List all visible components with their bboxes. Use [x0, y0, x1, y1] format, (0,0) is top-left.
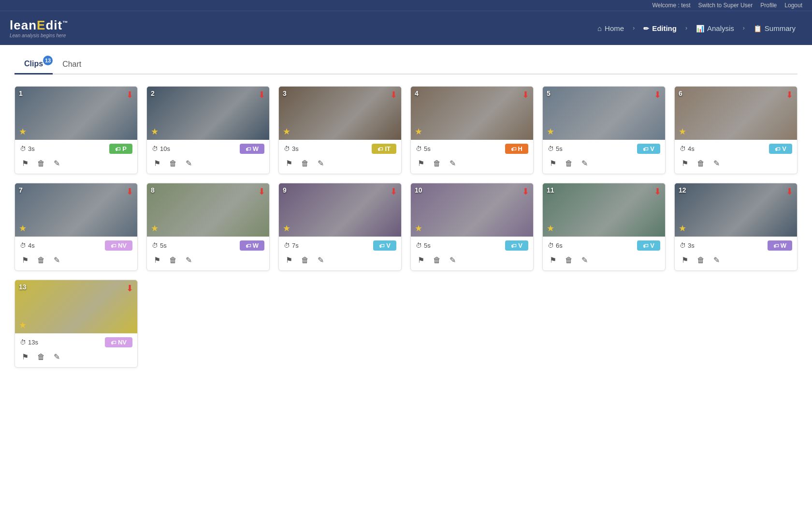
clip-thumbnail-3: 3 ⬇ ★	[279, 87, 401, 140]
clip-info-10: ⏱ 5s 🏷 V ⚑ 🗑 ✎	[411, 237, 533, 270]
clock-icon-5: ⏱	[548, 145, 554, 152]
clip-actions-3: ⚑ 🗑 ✎	[284, 157, 396, 171]
clock-icon-13: ⏱	[20, 339, 26, 346]
clip-edit-8[interactable]: ✎	[185, 254, 193, 266]
clip-edit-7[interactable]: ✎	[53, 254, 61, 266]
tab-clips[interactable]: Clips 13	[14, 55, 53, 75]
switch-super-user-link[interactable]: Switch to Super User	[698, 2, 753, 9]
chevron-1: ›	[633, 25, 635, 31]
clip-edit-6[interactable]: ✎	[712, 158, 721, 169]
clip-star-3[interactable]: ★	[283, 126, 290, 137]
clip-star-12[interactable]: ★	[679, 223, 686, 234]
clip-download-11[interactable]: ⬇	[654, 186, 661, 197]
clip-star-9[interactable]: ★	[283, 223, 290, 234]
clip-info-11: ⏱ 6s 🏷 V ⚑ 🗑 ✎	[543, 237, 665, 270]
nav-home[interactable]: Home	[591, 21, 631, 35]
clip-edit-11[interactable]: ✎	[580, 254, 589, 266]
clip-flag-5[interactable]: ⚑	[549, 158, 557, 169]
clip-delete-11[interactable]: 🗑	[564, 255, 574, 266]
clip-download-12[interactable]: ⬇	[786, 186, 793, 197]
clip-tag-8: 🏷 W	[240, 240, 264, 251]
clip-download-6[interactable]: ⬇	[786, 90, 793, 100]
clock-icon-6: ⏱	[680, 145, 686, 152]
clip-download-7[interactable]: ⬇	[126, 186, 133, 197]
top-bar: Welcome : test Switch to Super User Prof…	[0, 0, 812, 11]
clip-edit-12[interactable]: ✎	[712, 254, 721, 266]
clip-star-11[interactable]: ★	[547, 223, 554, 234]
clip-edit-9[interactable]: ✎	[317, 254, 325, 266]
nav-summary[interactable]: Summary	[747, 21, 802, 35]
clip-edit-4[interactable]: ✎	[449, 158, 457, 169]
clip-delete-13[interactable]: 🗑	[36, 352, 46, 362]
clip-download-9[interactable]: ⬇	[390, 186, 397, 197]
clip-flag-6[interactable]: ⚑	[681, 158, 689, 169]
clip-number-10: 10	[415, 186, 422, 194]
clip-meta-1: ⏱ 3s 🏷 P	[20, 144, 132, 154]
clip-flag-11[interactable]: ⚑	[549, 254, 557, 266]
clip-delete-9[interactable]: 🗑	[300, 255, 310, 266]
profile-link[interactable]: Profile	[760, 2, 777, 9]
nav-editing[interactable]: Editing	[637, 21, 683, 35]
clip-edit-10[interactable]: ✎	[449, 254, 457, 266]
clip-star-2[interactable]: ★	[151, 126, 159, 137]
clip-delete-10[interactable]: 🗑	[432, 255, 442, 266]
clip-duration-9: ⏱ 7s	[284, 242, 299, 249]
clip-star-6[interactable]: ★	[679, 126, 686, 137]
clip-delete-7[interactable]: 🗑	[36, 255, 46, 266]
clip-delete-1[interactable]: 🗑	[36, 158, 46, 169]
clip-edit-3[interactable]: ✎	[317, 158, 325, 169]
clip-star-1[interactable]: ★	[19, 126, 27, 137]
clip-delete-4[interactable]: 🗑	[432, 158, 442, 169]
clip-download-13[interactable]: ⬇	[126, 283, 133, 294]
clip-edit-1[interactable]: ✎	[53, 158, 61, 169]
clip-flag-2[interactable]: ⚑	[153, 158, 161, 169]
clip-star-10[interactable]: ★	[415, 223, 422, 234]
clip-star-7[interactable]: ★	[19, 223, 27, 234]
clip-download-2[interactable]: ⬇	[258, 90, 265, 100]
logout-link[interactable]: Logout	[784, 2, 802, 9]
clip-download-5[interactable]: ⬇	[654, 90, 661, 100]
clip-flag-13[interactable]: ⚑	[21, 351, 29, 362]
clip-download-1[interactable]: ⬇	[126, 90, 133, 100]
clip-delete-2[interactable]: 🗑	[168, 158, 178, 169]
clip-flag-7[interactable]: ⚑	[21, 254, 29, 266]
clip-download-10[interactable]: ⬇	[522, 186, 529, 197]
clip-number-9: 9	[283, 186, 287, 194]
clip-star-4[interactable]: ★	[415, 126, 422, 137]
clip-flag-4[interactable]: ⚑	[417, 158, 425, 169]
clip-delete-5[interactable]: 🗑	[564, 158, 574, 169]
analysis-icon	[696, 24, 704, 32]
clip-edit-5[interactable]: ✎	[580, 158, 589, 169]
clip-meta-13: ⏱ 13s 🏷 NV	[20, 337, 132, 347]
clip-flag-10[interactable]: ⚑	[417, 254, 425, 266]
tab-chart[interactable]: Chart	[53, 55, 91, 74]
clip-meta-12: ⏱ 3s 🏷 W	[680, 240, 792, 251]
clip-star-13[interactable]: ★	[19, 320, 27, 330]
clip-duration-8: ⏱ 5s	[152, 242, 167, 249]
clip-flag-8[interactable]: ⚑	[153, 254, 161, 266]
clip-star-8[interactable]: ★	[151, 223, 159, 234]
clip-delete-8[interactable]: 🗑	[168, 255, 178, 266]
clip-number-4: 4	[415, 90, 419, 97]
tag-icon-4: 🏷	[511, 146, 516, 152]
clip-delete-6[interactable]: 🗑	[696, 158, 706, 169]
clip-edit-2[interactable]: ✎	[185, 158, 193, 169]
clip-number-5: 5	[547, 90, 551, 97]
clip-delete-12[interactable]: 🗑	[696, 255, 706, 266]
clip-flag-9[interactable]: ⚑	[285, 254, 293, 266]
clip-flag-3[interactable]: ⚑	[285, 158, 293, 169]
clip-download-4[interactable]: ⬇	[522, 90, 529, 100]
clip-download-3[interactable]: ⬇	[390, 90, 397, 100]
clip-meta-7: ⏱ 4s 🏷 NV	[20, 240, 132, 251]
clip-star-5[interactable]: ★	[547, 126, 554, 137]
clip-number-7: 7	[19, 186, 23, 194]
chart-tab-label: Chart	[62, 60, 81, 68]
clip-download-8[interactable]: ⬇	[258, 186, 265, 197]
clip-edit-13[interactable]: ✎	[53, 351, 61, 362]
nav-analysis[interactable]: Analysis	[689, 21, 741, 35]
clip-info-4: ⏱ 5s 🏷 H ⚑ 🗑 ✎	[411, 140, 533, 174]
clip-delete-3[interactable]: 🗑	[300, 158, 310, 169]
clip-flag-12[interactable]: ⚑	[681, 254, 689, 266]
tag-icon-7: 🏷	[111, 243, 116, 249]
clip-flag-1[interactable]: ⚑	[21, 158, 29, 169]
